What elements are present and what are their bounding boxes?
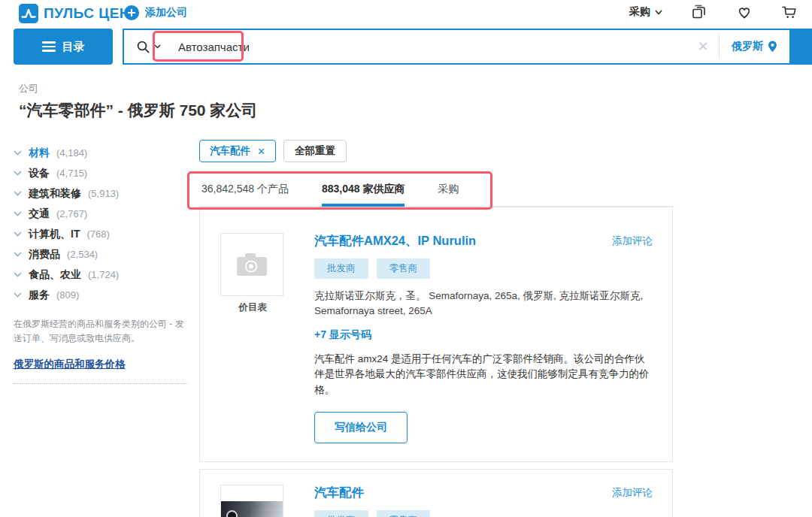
company-card: 添加评论 价目表 汽车配件 批发商 零售商 十月镇村，呃。 121，奥斯特罗夫齐… <box>199 469 673 517</box>
sidebar-item-construction[interactable]: 建筑和装修 (5,913) <box>14 183 192 204</box>
filter-chips: 汽车配件 ✕ 全部重置 <box>199 140 674 162</box>
chip-label: 汽车配件 <box>210 144 250 158</box>
company-address: 克拉斯诺亚尔斯克，圣。 Semafornaya, 265a, 俄罗斯, 克拉斯诺… <box>314 289 651 319</box>
sidebar-item-transport[interactable]: 交通 (2,767) <box>14 204 192 224</box>
logo-text: ПУЛЬС ЦЕН <box>44 5 130 22</box>
category-label: 建筑和装修 <box>29 187 81 201</box>
plus-circle-icon <box>124 5 139 20</box>
badge-wholesaler: 批发商 <box>314 258 368 279</box>
sidebar-item-computers-it[interactable]: 计算机、IT (768) <box>14 224 192 244</box>
category-count: (809) <box>56 289 79 301</box>
search-icon <box>136 40 150 54</box>
region-label: 俄罗斯 <box>732 40 763 53</box>
chevron-down-icon <box>655 10 662 15</box>
header-actions: 采购 <box>629 4 798 20</box>
top-bar: ПУЛЬС ЦЕН 添加公司 采购 <box>0 0 812 27</box>
sidebar-item-materials[interactable]: 材料 (4,184) <box>14 143 192 163</box>
sidebar-item-food-agriculture[interactable]: 食品、农业 (1,724) <box>14 265 192 285</box>
region-selector[interactable]: 俄罗斯 <box>720 30 789 63</box>
category-label: 食品、农业 <box>29 268 81 282</box>
category-label: 计算机、IT <box>29 228 80 241</box>
company-card: 添加评论 价目表 汽车配件AMX24、IP Nurulin 批发商 零售商 <box>199 207 673 462</box>
badge-retailer: 零售商 <box>377 258 431 279</box>
add-review-link[interactable]: 添加评论 <box>612 486 653 500</box>
category-label: 材料 <box>29 147 50 160</box>
badge-retailer: 零售商 <box>377 510 431 517</box>
sidebar-item-equipment[interactable]: 设备 (4,715) <box>14 163 192 183</box>
chevron-down-icon <box>154 44 161 49</box>
camera-icon <box>235 251 268 278</box>
prices-link[interactable]: 俄罗斯的商品和服务价格 <box>14 358 126 371</box>
add-company-label: 添加公司 <box>145 6 187 20</box>
favorites-heart-icon[interactable] <box>736 4 753 20</box>
company-description: 汽车配件 amx24 是适用于任何汽车的广泛零部件经销商。该公司的合作伙伴是世界… <box>314 352 651 399</box>
catalog-label: 目录 <box>62 40 85 54</box>
hamburger-icon <box>42 39 56 54</box>
category-sidebar: 材料 (4,184) 设备 (4,715) 建筑和装修 (5,913) 交通 (… <box>14 143 192 384</box>
chevron-down-icon <box>14 171 22 176</box>
category-count: (1,724) <box>88 269 119 280</box>
category-count: (2,534) <box>67 249 98 260</box>
chevron-down-icon <box>14 231 22 237</box>
cart-icon[interactable] <box>781 4 798 20</box>
logo-pulse-icon <box>19 4 38 23</box>
category-count: (4,184) <box>56 147 87 159</box>
company-photo-placeholder[interactable] <box>220 233 283 296</box>
filter-chip-auto-parts[interactable]: 汽车配件 ✕ <box>199 140 276 162</box>
category-label: 消费品 <box>29 248 60 262</box>
company-title[interactable]: 汽车配件AMX24、IP Nurulin <box>314 233 476 249</box>
company-title[interactable]: 汽车配件 <box>314 485 364 501</box>
tab-suppliers[interactable]: 883,048 家供应商 <box>322 175 405 206</box>
category-label: 设备 <box>29 167 50 180</box>
result-tabs: 36,842,548 个产品 883,048 家供应商 采购 <box>199 175 674 207</box>
category-count: (2,767) <box>56 208 87 219</box>
sidebar-item-consumer-goods[interactable]: 消费品 (2,534) <box>14 244 192 265</box>
catalog-button[interactable]: 目录 <box>14 29 113 65</box>
clear-search-icon[interactable]: ✕ <box>687 30 719 63</box>
chevron-down-icon <box>14 150 22 156</box>
write-to-company-button[interactable]: 写信给公司 <box>314 412 408 443</box>
procurement-label: 采购 <box>629 5 650 19</box>
show-phone-link[interactable]: +7 显示号码 <box>314 328 371 342</box>
map-pin-icon <box>768 41 777 53</box>
company-photo[interactable] <box>220 485 283 517</box>
procurement-menu[interactable]: 采购 <box>629 5 662 19</box>
add-review-link[interactable]: 添加评论 <box>612 234 653 248</box>
add-company-button[interactable]: 添加公司 <box>124 5 187 20</box>
chip-close-icon[interactable]: ✕ <box>257 146 265 157</box>
category-count: (4,715) <box>56 168 87 179</box>
chevron-down-icon <box>14 211 22 216</box>
chevron-down-icon <box>14 272 22 277</box>
category-count: (5,913) <box>88 188 119 199</box>
sidebar-item-services[interactable]: 服务 (809) <box>14 285 192 305</box>
results-area: 汽车配件 ✕ 全部重置 36,842,548 个产品 883,048 家供应商 … <box>199 140 674 517</box>
price-list-link[interactable]: 价目表 <box>220 301 285 314</box>
badge-wholesaler: 批发商 <box>314 510 368 517</box>
chevron-down-icon <box>14 252 22 257</box>
category-label: 交通 <box>29 207 50 221</box>
category-count: (768) <box>86 228 109 240</box>
tab-products[interactable]: 36,842,548 个产品 <box>201 175 289 206</box>
tab-procurement[interactable]: 采购 <box>438 175 459 206</box>
compare-icon[interactable] <box>691 4 707 20</box>
search-submit-button[interactable] <box>789 30 810 63</box>
sidebar-note: 在俄罗斯经营的商品和服务类别的公司 - 发送订单、写消息或致电供应商。 <box>14 317 192 345</box>
company-badges: 批发商 零售商 <box>314 510 651 517</box>
sidebar-divider <box>14 383 188 384</box>
search-type-dropdown[interactable] <box>124 30 172 63</box>
site-logo[interactable]: ПУЛЬС ЦЕН <box>19 4 130 23</box>
category-label: 服务 <box>29 289 50 302</box>
breadcrumb[interactable]: 公司 <box>19 82 38 95</box>
search-input[interactable] <box>172 30 687 63</box>
reset-all-button[interactable]: 全部重置 <box>283 140 347 162</box>
page-title: “汽车零部件” - 俄罗斯 750 家公司 <box>19 100 257 121</box>
chevron-down-icon <box>14 292 22 298</box>
search-bar: ✕ 俄罗斯 <box>123 29 812 65</box>
company-badges: 批发商 零售商 <box>314 258 651 279</box>
chevron-down-icon <box>14 191 22 196</box>
